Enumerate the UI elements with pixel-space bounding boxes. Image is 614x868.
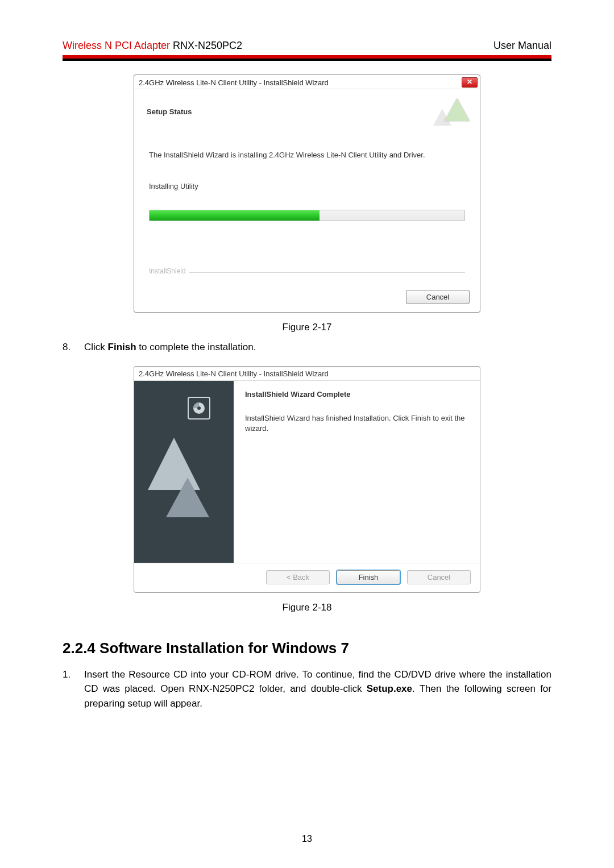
dialog-titlebar: 2.4GHz Wireless Lite-N Client Utility - …	[134, 75, 480, 89]
install-progress-dialog: 2.4GHz Wireless Lite-N Client Utility - …	[134, 74, 480, 313]
back-button[interactable]: < Back	[266, 570, 330, 584]
header-left: Wireless N PCI Adapter RNX-N250PC2	[63, 40, 242, 52]
progress-fill	[150, 210, 320, 221]
setup-status-label: Setup Status	[147, 107, 192, 116]
header-rule	[63, 55, 551, 61]
step-8: 8. Click Finish to complete the installa…	[63, 340, 551, 355]
dialog-main: InstallShield Wizard Complete InstallShi…	[234, 381, 480, 563]
step-text-post: to complete the installation.	[136, 342, 256, 352]
cancel-button[interactable]: Cancel	[407, 570, 471, 584]
document-page: Wireless N PCI Adapter RNX-N250PC2 User …	[0, 0, 614, 868]
cd-icon	[188, 397, 210, 420]
triangle-icon	[445, 98, 470, 121]
svg-point-1	[197, 406, 201, 410]
step-text: Insert the Resource CD into your CD-ROM …	[84, 667, 551, 711]
dialog-body: InstallShield Wizard Complete InstallShi…	[134, 381, 480, 563]
finish-button[interactable]: Finish	[337, 570, 400, 584]
complete-body: InstallShield Wizard has finished Instal…	[245, 413, 468, 434]
installshield-label: InstallShield	[149, 267, 189, 275]
product-name: Wireless N PCI Adapter	[63, 40, 170, 51]
progress-description: The InstallShield Wizard is installing 2…	[149, 151, 465, 159]
step-number: 1.	[63, 667, 84, 711]
header-right: User Manual	[493, 40, 551, 52]
figure-caption: Figure 2-17	[63, 322, 551, 333]
dialog-footer: < Back Finish Cancel	[134, 563, 480, 592]
dialog-banner: Setup Status	[134, 89, 480, 128]
step-text-pre: Click	[84, 342, 108, 352]
step-text: Click Finish to complete the installatio…	[84, 340, 551, 355]
dialog-side-panel	[134, 381, 234, 563]
step-text-bold: Finish	[108, 342, 136, 352]
disc-icon	[192, 401, 206, 415]
complete-heading: InstallShield Wizard Complete	[245, 390, 468, 398]
model-number: RNX-N250PC2	[170, 40, 242, 51]
page-number: 13	[0, 834, 614, 844]
step-number: 8.	[63, 340, 84, 355]
progress-bar	[149, 210, 465, 221]
install-complete-dialog: 2.4GHz Wireless Lite-N Client Utility - …	[134, 366, 480, 593]
dialog-title: 2.4GHz Wireless Lite-N Client Utility - …	[139, 78, 329, 87]
cancel-button[interactable]: Cancel	[406, 290, 470, 304]
dialog-titlebar: 2.4GHz Wireless Lite-N Client Utility - …	[134, 367, 480, 381]
group-separator: InstallShield	[149, 272, 465, 273]
dialog-title: 2.4GHz Wireless Lite-N Client Utility - …	[139, 369, 329, 378]
section-heading: 2.2.4 Software Installation for Windows …	[63, 639, 551, 657]
triangle-icon	[166, 477, 209, 517]
dialog-footer: Cancel	[134, 281, 480, 312]
dialog-body: The InstallShield Wizard is installing 2…	[134, 128, 480, 281]
installing-label: Installing Utility	[149, 182, 465, 190]
step-1: 1. Insert the Resource CD into your CD-R…	[63, 667, 551, 711]
page-header: Wireless N PCI Adapter RNX-N250PC2 User …	[63, 40, 551, 52]
step-text-bold: Setup.exe	[367, 683, 412, 694]
banner-graphic	[422, 95, 474, 128]
close-icon[interactable]: ✕	[462, 77, 478, 88]
figure-caption: Figure 2-18	[63, 602, 551, 613]
